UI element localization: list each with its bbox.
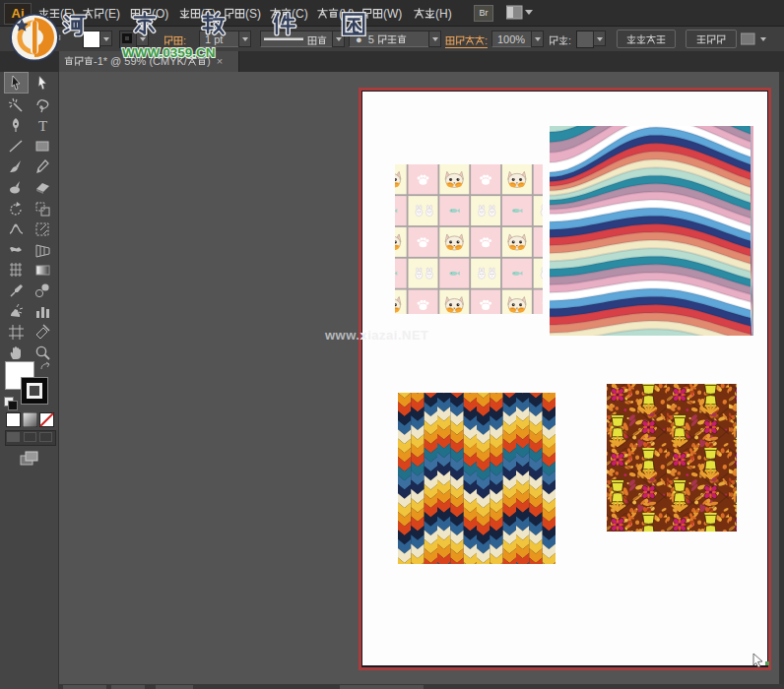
- svg-text:WWW.0359.CN: WWW.0359.CN: [122, 45, 216, 60]
- svg-text:T: T: [38, 118, 47, 134]
